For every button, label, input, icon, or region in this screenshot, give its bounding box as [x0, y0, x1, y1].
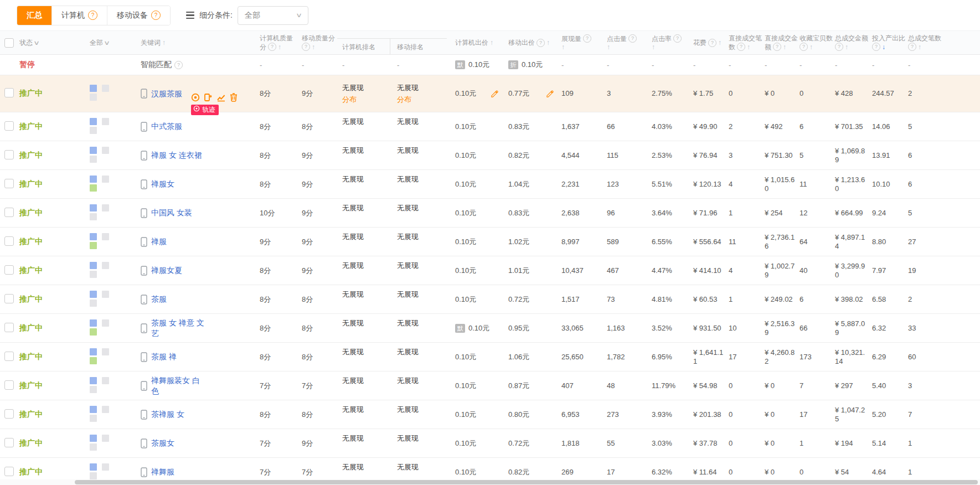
row-checkbox[interactable]: [4, 409, 14, 419]
edit-bid-icon[interactable]: [491, 90, 499, 98]
sort-asc-icon[interactable]: ↑: [652, 43, 655, 51]
cell-direct-orders: 1: [724, 209, 760, 218]
header-roi[interactable]: 投入产出比 ?↓: [868, 31, 904, 54]
sort-asc-icon[interactable]: ↑: [162, 39, 166, 47]
sort-asc-icon[interactable]: ↑: [546, 39, 550, 47]
sort-asc-icon[interactable]: ↑: [747, 43, 750, 51]
horizontal-scrollbar-thumb[interactable]: [75, 480, 978, 484]
keyword-link[interactable]: 禅服女夏: [151, 265, 182, 276]
keyword-link[interactable]: 茶服 禅: [151, 352, 177, 362]
keyword-link[interactable]: 禅服女: [151, 179, 174, 189]
tab-summary[interactable]: 汇总: [17, 6, 51, 25]
help-icon[interactable]: ?: [872, 43, 880, 51]
tab-mobile[interactable]: 移动设备 ?: [107, 6, 170, 25]
keyword-link[interactable]: 禅服 女 连衣裙: [151, 150, 202, 161]
distribution-link[interactable]: 分布: [397, 95, 447, 105]
header-clicks[interactable]: 点击量? ↑: [602, 31, 647, 54]
sort-asc-icon[interactable]: ↑: [718, 39, 721, 47]
row-checkbox[interactable]: [4, 438, 14, 447]
row-checkbox[interactable]: [4, 208, 14, 217]
header-mobile-rank[interactable]: 移动排名: [390, 31, 447, 54]
keyword-link[interactable]: 汉服茶服: [151, 89, 182, 99]
header-pc-bid[interactable]: 计算机出价↑: [447, 31, 501, 54]
edit-bid-icon[interactable]: [546, 90, 554, 98]
sort-asc-icon[interactable]: ↑: [312, 43, 315, 51]
rank-value: 无展现: [342, 174, 390, 184]
quality-bars: [73, 204, 122, 222]
help-icon[interactable]: ?: [800, 43, 808, 51]
help-icon[interactable]: ?: [628, 34, 637, 43]
row-checkbox[interactable]: [4, 88, 14, 97]
header-quality-all[interactable]: 全部∨: [73, 31, 122, 54]
header-keyword[interactable]: 关键词↑: [122, 31, 255, 54]
sort-asc-icon[interactable]: ↑: [278, 43, 281, 51]
help-icon[interactable]: ?: [708, 39, 716, 47]
row-checkbox[interactable]: [4, 352, 14, 361]
distribution-link[interactable]: 分布: [342, 95, 390, 105]
track-badge[interactable]: 轨迹: [191, 105, 219, 115]
help-icon[interactable]: ?: [151, 11, 161, 20]
keyword-link[interactable]: 禅舞服: [151, 467, 174, 477]
keyword-link[interactable]: 茶服 女 禅意 文艺: [151, 318, 207, 339]
sort-desc-icon[interactable]: ↓: [882, 43, 885, 51]
help-icon[interactable]: ?: [302, 43, 310, 51]
trend-chart-icon[interactable]: [216, 93, 226, 102]
sort-asc-icon[interactable]: ↑: [918, 43, 921, 51]
smart-match-label: 智能匹配?: [141, 60, 183, 70]
header-direct-orders[interactable]: 直接成交笔 数?↑: [724, 31, 760, 54]
target-icon[interactable]: [191, 93, 200, 102]
keyword-link[interactable]: 中国风 女装: [151, 208, 192, 218]
device-transfer-icon[interactable]: [204, 93, 213, 102]
header-total-amount[interactable]: 总成交金额 ?↑: [831, 31, 868, 54]
row-checkbox[interactable]: [4, 380, 14, 390]
header-favorites[interactable]: 收藏宝贝数 ?↑: [795, 31, 831, 54]
sort-asc-icon[interactable]: ↑: [783, 43, 786, 51]
keyword-link[interactable]: 禅服: [151, 236, 167, 247]
help-icon[interactable]: ?: [737, 43, 745, 51]
header-pc-rank[interactable]: 计算机排名: [337, 31, 390, 54]
keyword-link[interactable]: 茶服女: [151, 438, 174, 448]
row-checkbox[interactable]: [4, 179, 14, 188]
header-impressions[interactable]: 展现量? ↑: [556, 31, 602, 54]
sort-asc-icon[interactable]: ↑: [607, 43, 610, 51]
row-checkbox[interactable]: [4, 265, 14, 275]
help-icon[interactable]: ?: [268, 43, 276, 51]
header-status[interactable]: 状态∨: [19, 31, 73, 54]
sort-asc-icon[interactable]: ↑: [490, 39, 493, 47]
keyword-link[interactable]: 茶禅服 女: [151, 409, 184, 420]
help-icon[interactable]: ?: [583, 34, 591, 43]
sort-asc-icon[interactable]: ↑: [561, 43, 565, 51]
delete-icon[interactable]: [230, 93, 238, 102]
row-checkbox[interactable]: [4, 294, 14, 303]
help-icon[interactable]: ?: [673, 34, 682, 43]
header-mobile-bid[interactable]: 移动出价?↑: [501, 31, 556, 54]
keyword-link[interactable]: 中式茶服: [151, 121, 182, 132]
row-checkbox[interactable]: [4, 236, 14, 246]
header-ctr[interactable]: 点击率? ↑: [647, 31, 689, 54]
help-icon[interactable]: ?: [174, 61, 183, 69]
row-checkbox[interactable]: [4, 150, 14, 159]
select-all-checkbox[interactable]: [4, 38, 14, 48]
row-checkbox[interactable]: [4, 323, 14, 332]
sort-asc-icon[interactable]: ↑: [809, 43, 813, 51]
keyword-link[interactable]: 禅舞服装女 白色: [151, 375, 207, 396]
header-cost[interactable]: 花费?↑: [689, 31, 724, 54]
quality-bars: [73, 233, 122, 251]
row-checkbox[interactable]: [4, 467, 14, 476]
segment-select[interactable]: 全部 ∨: [238, 6, 308, 25]
rank-value: 无展现: [342, 83, 390, 93]
header-pc-quality-score[interactable]: 计算机质量 分?↑: [255, 31, 296, 54]
header-total-orders[interactable]: 总成交笔数 ?↑: [904, 31, 941, 54]
help-icon[interactable]: ?: [88, 11, 97, 20]
cell-direct-amount: ¥ 2,736.16: [760, 233, 795, 251]
header-mobile-quality-score[interactable]: 移动质量分 ?↑: [296, 31, 337, 54]
sort-asc-icon[interactable]: ↑: [845, 43, 848, 51]
help-icon[interactable]: ?: [537, 39, 545, 47]
help-icon[interactable]: ?: [908, 43, 916, 51]
keyword-link[interactable]: 茶服: [151, 294, 167, 305]
header-direct-amount[interactable]: 直接成交金 额?↑: [760, 31, 795, 54]
row-checkbox[interactable]: [4, 121, 14, 131]
help-icon[interactable]: ?: [773, 43, 781, 51]
tab-computer[interactable]: 计算机 ?: [51, 6, 107, 25]
help-icon[interactable]: ?: [835, 43, 843, 51]
